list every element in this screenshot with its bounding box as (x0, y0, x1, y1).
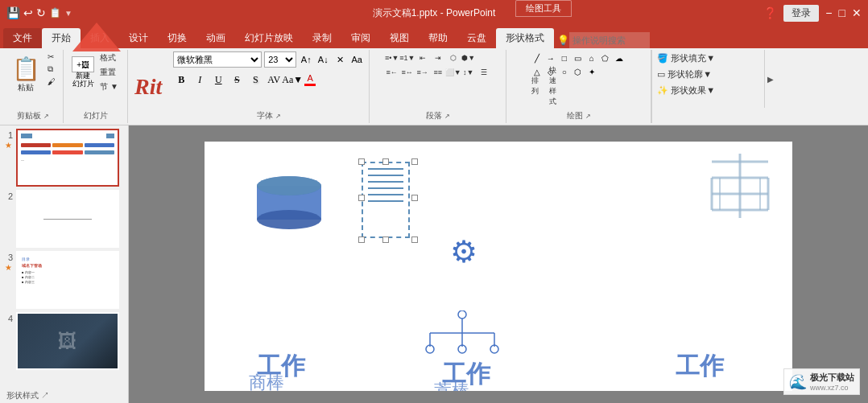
drawing-expand-icon[interactable]: ↗ (585, 113, 591, 120)
customize-icon[interactable]: 📋 (49, 7, 61, 19)
italic-button[interactable]: I (192, 72, 208, 88)
dashed-list-shape[interactable] (362, 162, 410, 238)
cylinder-shape[interactable] (253, 174, 325, 234)
tab-file[interactable]: 文件 (3, 28, 42, 48)
slide-thumbnail-4[interactable]: 🖼 (16, 312, 119, 370)
align-right-button[interactable]: ≡→ (415, 66, 430, 79)
search-area: 💡 (557, 32, 650, 48)
indent-left-button[interactable]: ⇤ (415, 51, 430, 64)
rit-text: Rit (131, 74, 165, 100)
selection-handle-top-mid[interactable] (382, 158, 389, 165)
save-icon[interactable]: 💾 (6, 6, 20, 19)
shape-arrow[interactable]: → (544, 51, 557, 64)
new-slide-button[interactable]: +🖼 新建幻灯片 (70, 55, 96, 90)
close-icon[interactable]: ✕ (852, 6, 862, 19)
shape-rounded-rect[interactable]: ▭ (572, 51, 585, 64)
indent-right-button[interactable]: ⇥ (431, 51, 445, 64)
shape-star[interactable]: ✦ (585, 65, 598, 78)
align-left-button[interactable]: ≡← (385, 66, 399, 79)
slide-panel: 1 ★ (0, 125, 129, 403)
ribbon-overflow-button[interactable]: ▶ (764, 50, 775, 108)
tab-animation[interactable]: 动画 (196, 28, 235, 48)
minimize-icon[interactable]: − (825, 6, 832, 19)
redo-icon[interactable]: ↻ (36, 6, 46, 19)
selection-handle-left-mid[interactable] (358, 195, 365, 201)
case-button[interactable]: Aa▼ (284, 72, 300, 88)
shape-line[interactable]: ╱ (531, 51, 544, 64)
selection-handle-bottom-left[interactable] (358, 236, 365, 243)
shape-effect-button[interactable]: ✨ 形状效果▼ (654, 84, 718, 97)
slide-thumbnail-1[interactable]: — (16, 129, 119, 187)
shape-fill-button[interactable]: 🪣 形状填充▼ (654, 51, 718, 65)
undo-icon[interactable]: ↩ (23, 6, 33, 19)
text-shadow-button[interactable]: ☰ (477, 66, 491, 79)
shadow-button[interactable]: S (247, 72, 263, 88)
paste-button[interactable]: 📋 粘贴 (8, 51, 43, 103)
restore-icon[interactable]: □ (839, 6, 845, 19)
align-center-button[interactable]: ≡↔ (400, 66, 415, 79)
font-expand-icon[interactable]: ↗ (275, 113, 281, 120)
layout-button[interactable]: 格式 (97, 51, 121, 64)
text-direction-button[interactable]: ⬡ (446, 51, 461, 64)
format-painter-button[interactable]: 🖌 (45, 76, 58, 87)
tab-help[interactable]: 帮助 (419, 28, 457, 48)
org-chart-connectors (414, 310, 510, 359)
tab-slideshow[interactable]: 幻灯片放映 (235, 28, 303, 48)
font-size-select[interactable]: 23 (264, 51, 296, 68)
svg-point-13 (458, 310, 466, 319)
line-spacing-button[interactable]: ↕▼ (461, 66, 476, 79)
help-icon[interactable]: ❓ (763, 6, 777, 19)
cut-button[interactable]: ✂ (45, 51, 58, 62)
number-list-button[interactable]: ≡1▼ (400, 51, 415, 64)
font-color-button[interactable]: A (303, 72, 317, 87)
increase-font-button[interactable]: A↑ (299, 52, 313, 67)
bullet-list-button[interactable]: ≡•▼ (385, 51, 399, 64)
tab-review[interactable]: 审阅 (341, 28, 380, 48)
selection-handle-top-left[interactable] (358, 158, 365, 165)
reset-button[interactable]: 重置 (97, 66, 121, 79)
format-shapes-area: 🪣 形状填充▼ ▭ 形状轮廓▼ ✨ 形状效果▼ 形状样式 ↗ (651, 50, 764, 123)
selection-handle-bottom-mid[interactable] (382, 236, 389, 243)
clipboard-group-label: 剪贴板 ↗ (17, 110, 49, 121)
bold-button[interactable]: B (173, 72, 189, 88)
shape-outline-button[interactable]: ▭ 形状轮廓▼ (654, 68, 715, 81)
strikethrough-button[interactable]: S (229, 72, 245, 88)
decrease-font-button[interactable]: A↓ (316, 52, 330, 67)
shape-rect[interactable]: □ (558, 51, 571, 64)
slide-thumbnail-2[interactable] (16, 190, 119, 248)
copy-button[interactable]: ⧉ (45, 64, 58, 75)
tab-shapeformat[interactable]: 形状格式 (496, 28, 554, 48)
shape-pentagon[interactable]: ⬠ (599, 51, 612, 64)
selection-handle-bottom-right[interactable] (411, 236, 418, 243)
clipboard-expand-icon[interactable]: ↗ (43, 113, 49, 120)
tab-record[interactable]: 录制 (303, 28, 341, 48)
login-button[interactable]: 登录 (783, 5, 819, 22)
quick-styles-button[interactable]: 快速样式 (548, 80, 563, 93)
selection-handle-top-right[interactable] (411, 158, 418, 165)
tab-transitions[interactable]: 切换 (158, 28, 196, 48)
tab-cloud[interactable]: 云盘 (457, 28, 496, 48)
alignment-buttons: ≡← ≡↔ ≡→ ≡≡ ⬜▼ ↕▼ ☰ (385, 66, 491, 79)
underline-button[interactable]: U (210, 72, 226, 88)
tab-design[interactable]: 设计 (119, 28, 158, 48)
slide-number-3: 3 (3, 251, 13, 262)
justify-button[interactable]: ≡≡ (431, 66, 445, 79)
effect-icon: ✨ (657, 85, 668, 95)
aa-button[interactable]: Aa (349, 52, 364, 67)
tab-view[interactable]: 视图 (380, 28, 419, 48)
shape-hexagon[interactable]: ⬡ (572, 65, 585, 78)
arrange-button[interactable]: 排列 (531, 80, 545, 93)
columns-button[interactable]: ⬜▼ (446, 66, 461, 79)
section-button[interactable]: 节 ▼ (97, 80, 121, 93)
spacing-button[interactable]: AV (266, 72, 282, 88)
search-input[interactable] (569, 32, 650, 48)
para-expand-icon[interactable]: ↗ (444, 113, 450, 120)
selection-handle-right-mid[interactable] (411, 195, 418, 201)
clear-format-button[interactable]: ✕ (333, 52, 347, 67)
font-name-select[interactable]: 微软雅黑 (173, 51, 262, 68)
slide-thumbnail-3[interactable]: 目录 域名下管场 ■ 内容一 ■ 内容二 ■ 内容三 (16, 251, 119, 309)
shape-cloud[interactable]: ☁ (613, 51, 626, 64)
outline-icon: ▭ (657, 69, 665, 79)
shape-trapez[interactable]: ⌂ (585, 51, 598, 64)
convert-to-smartart-button[interactable]: ⬢▼ (461, 51, 476, 64)
